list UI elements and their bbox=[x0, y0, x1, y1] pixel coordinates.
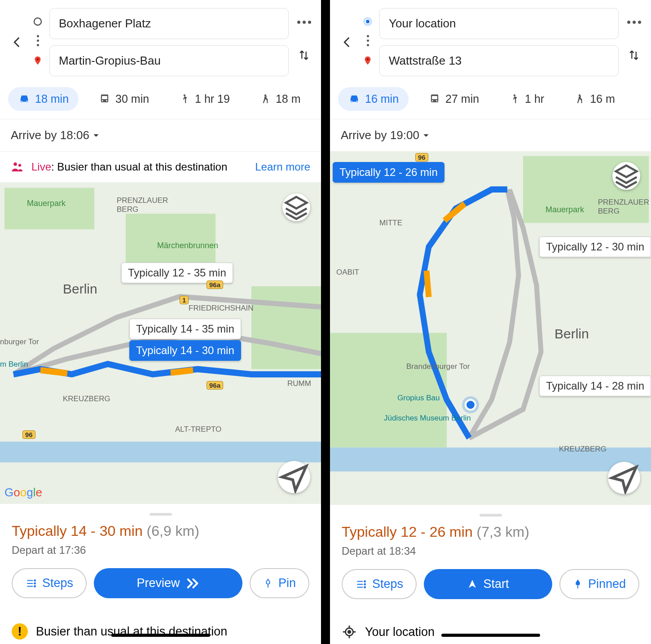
svg-point-8 bbox=[13, 162, 17, 166]
svg-rect-23 bbox=[432, 96, 437, 99]
svg-point-6 bbox=[184, 94, 185, 96]
svg-point-33 bbox=[364, 581, 365, 582]
back-button[interactable] bbox=[338, 33, 356, 51]
mode-car[interactable]: 18 min bbox=[8, 87, 79, 111]
left-screenshot: Boxhagener Platz Martin-Gropius-Bau 18 m… bbox=[0, 0, 321, 644]
steps-label: Steps bbox=[42, 576, 73, 590]
pin-label: Pin bbox=[278, 576, 296, 590]
map-label-rumm: RUMM bbox=[287, 379, 311, 388]
mode-walk[interactable]: 1 hr bbox=[499, 87, 554, 111]
map-label-kreuzberg: KREUZBERG bbox=[559, 445, 607, 454]
mode-transit[interactable]: 30 min bbox=[88, 87, 159, 111]
svg-point-34 bbox=[364, 583, 365, 585]
mode-walk[interactable]: 1 hr 19 bbox=[169, 87, 240, 111]
steps-button[interactable]: Steps bbox=[342, 569, 417, 599]
map-label-prenzlauer: PRENZLAUER BERG bbox=[598, 198, 649, 216]
summary-duration: Typically 12 - 26 min bbox=[342, 524, 473, 540]
mode-car[interactable]: 16 min bbox=[338, 87, 409, 111]
sheet-handle[interactable] bbox=[479, 514, 502, 517]
map-canvas[interactable]: Typically 12 - 26 min Typically 12 - 30 … bbox=[330, 151, 651, 505]
mode-walk-time: 1 hr bbox=[525, 92, 544, 105]
origin-field[interactable]: Your location bbox=[379, 8, 619, 39]
svg-rect-3 bbox=[102, 96, 107, 99]
map-label-tor: nburger Tor bbox=[0, 337, 39, 346]
summary-duration: Typically 14 - 30 min bbox=[12, 523, 143, 539]
route-bottom-sheet[interactable]: Typically 14 - 30 min (6,9 km) Depart at… bbox=[0, 504, 321, 612]
back-button[interactable] bbox=[8, 33, 26, 51]
svg-rect-13 bbox=[251, 286, 321, 369]
swap-button[interactable] bbox=[295, 46, 313, 64]
map-label-prenzlauer: PRENZLAUER BERG bbox=[117, 196, 168, 214]
arrive-by-selector[interactable]: Arrive by 19:00 bbox=[330, 119, 651, 151]
more-menu-button[interactable] bbox=[625, 21, 643, 24]
destination-field[interactable]: Wattstraße 13 bbox=[379, 45, 619, 76]
road-badge: 96a bbox=[207, 280, 223, 289]
road-badge: 1 bbox=[180, 296, 189, 304]
map-label-mitte: MITTE bbox=[379, 219, 402, 228]
bottom-info-row: ! Busier than usual at this destination bbox=[0, 612, 321, 644]
mode-taxi[interactable]: 16 m bbox=[564, 87, 625, 111]
home-indicator bbox=[111, 634, 210, 637]
crosshair-icon bbox=[342, 624, 357, 640]
preview-label: Preview bbox=[136, 576, 180, 590]
map-layers-button[interactable] bbox=[612, 162, 640, 190]
route-bubble-alt2[interactable]: Typically 14 - 28 min bbox=[539, 376, 651, 396]
origin-field[interactable]: Boxhagener Platz bbox=[49, 8, 289, 39]
map-label-alttrepto: ALT-TREPTO bbox=[175, 425, 221, 434]
map-label-brandenburg: Brandenburger Tor bbox=[406, 362, 470, 371]
right-screenshot: Your location Wattstraße 13 16 min 27 mi… bbox=[330, 0, 651, 644]
mode-taxi-time: 16 m bbox=[590, 92, 615, 105]
recenter-button[interactable] bbox=[608, 462, 640, 494]
svg-point-1 bbox=[37, 58, 39, 60]
recenter-button[interactable] bbox=[278, 461, 310, 493]
destination-pin-icon bbox=[33, 54, 43, 69]
summary-distance: (6,9 km) bbox=[147, 523, 199, 539]
live-busyness-banner: Live: Busier than usual at this destinat… bbox=[0, 151, 321, 183]
steps-button[interactable]: Steps bbox=[12, 568, 87, 598]
start-label: Start bbox=[483, 577, 509, 591]
route-bubble-primary[interactable]: Typically 12 - 26 min bbox=[333, 162, 444, 183]
summary-distance: (7,3 km) bbox=[477, 524, 529, 540]
bottom-info-row: Your location bbox=[330, 613, 651, 644]
route-bubble-primary[interactable]: Typically 14 - 30 min bbox=[129, 340, 241, 361]
mode-walk-time: 1 hr 19 bbox=[195, 92, 230, 105]
svg-point-17 bbox=[34, 583, 35, 584]
start-button[interactable]: Start bbox=[424, 569, 552, 599]
svg-point-5 bbox=[106, 100, 107, 101]
map-layers-button[interactable] bbox=[282, 193, 310, 221]
arrive-by-text: Arrive by 18:06 bbox=[11, 128, 89, 142]
svg-point-37 bbox=[348, 631, 351, 633]
map-label-friedrich: FRIEDRICHSHAIN bbox=[189, 304, 254, 313]
svg-point-18 bbox=[34, 586, 35, 587]
depart-time: Depart at 17:36 bbox=[12, 544, 309, 556]
svg-rect-11 bbox=[4, 188, 94, 229]
mode-taxi[interactable]: 18 m bbox=[250, 87, 311, 111]
route-bubble-alt2[interactable]: Typically 14 - 35 min bbox=[129, 319, 241, 339]
map-label-marchen: Märchenbrunnen bbox=[157, 241, 218, 250]
sheet-handle[interactable] bbox=[150, 513, 172, 516]
route-bubble-alt1[interactable]: Typically 12 - 30 min bbox=[539, 237, 651, 257]
map-canvas[interactable]: Berlin Mauerpark PRENZLAUER BERG Märchen… bbox=[0, 183, 321, 504]
route-bottom-sheet[interactable]: Typically 12 - 26 min (7,3 km) Depart at… bbox=[330, 505, 651, 613]
road-badge: 96 bbox=[22, 430, 35, 439]
origin-location-icon bbox=[362, 16, 373, 27]
mode-transit[interactable]: 27 min bbox=[418, 87, 489, 111]
learn-more-link[interactable]: Learn more bbox=[255, 161, 310, 173]
pinned-button[interactable]: Pinned bbox=[559, 569, 639, 599]
destination-field[interactable]: Martin-Gropius-Bau bbox=[49, 45, 289, 76]
swap-button[interactable] bbox=[625, 46, 643, 64]
svg-point-20 bbox=[366, 20, 369, 23]
mode-taxi-time: 18 m bbox=[276, 92, 301, 105]
travel-mode-tabs: 16 min 27 min 1 hr 16 m bbox=[330, 76, 651, 119]
map-label-mauerpark: Mauerpark bbox=[27, 199, 66, 208]
svg-point-25 bbox=[436, 100, 437, 101]
svg-point-21 bbox=[367, 58, 369, 60]
pin-button[interactable]: Pin bbox=[250, 568, 309, 598]
more-menu-button[interactable] bbox=[295, 21, 313, 24]
depart-time: Depart at 18:34 bbox=[342, 545, 639, 557]
arrive-by-selector[interactable]: Arrive by 18:06 bbox=[0, 119, 321, 151]
mode-car-time: 16 min bbox=[365, 92, 399, 105]
travel-mode-tabs: 18 min 30 min 1 hr 19 18 m bbox=[0, 76, 321, 119]
current-location-dot bbox=[465, 399, 476, 411]
preview-button[interactable]: Preview bbox=[94, 568, 242, 598]
